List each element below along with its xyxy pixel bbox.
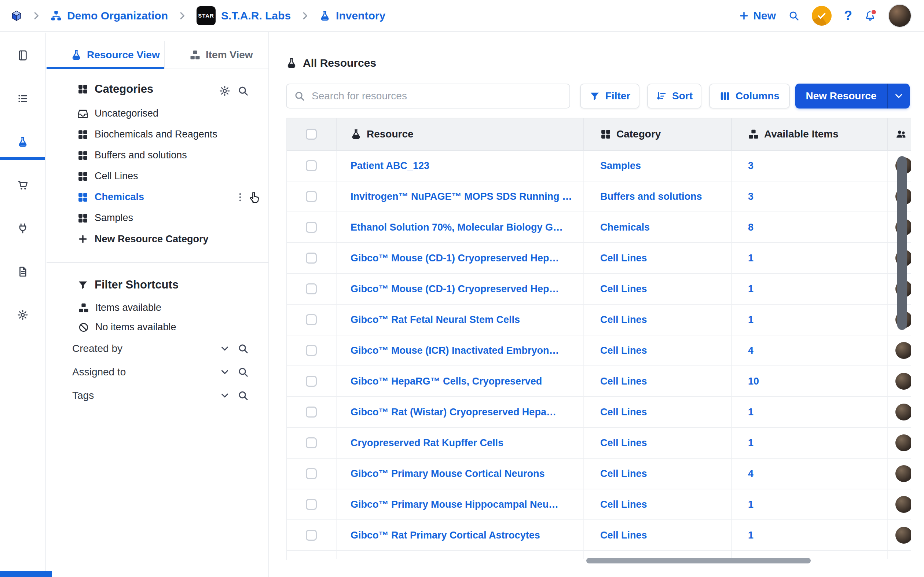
row-checkbox[interactable] (306, 376, 317, 387)
available-items-link[interactable]: 1 (748, 284, 753, 295)
category-item-samples[interactable]: Samples (47, 208, 268, 228)
vertical-scrollbar[interactable] (897, 156, 907, 330)
category-link[interactable]: Cell Lines (600, 468, 647, 479)
owner-avatar[interactable] (895, 465, 911, 482)
category-item-uncategorised[interactable]: Uncategorised (47, 103, 268, 124)
chevron-down-icon[interactable] (219, 343, 230, 354)
rail-inventory-button[interactable] (0, 120, 45, 163)
row-checkbox[interactable] (306, 222, 317, 233)
header-members[interactable] (888, 118, 911, 150)
owner-avatar[interactable] (895, 373, 911, 390)
new-resource-dropdown[interactable] (887, 84, 910, 108)
tasks-progress-badge[interactable] (812, 6, 832, 26)
category-link[interactable]: Cell Lines (600, 499, 647, 510)
row-checkbox[interactable] (306, 437, 317, 448)
category-link[interactable]: Samples (600, 160, 641, 172)
row-checkbox[interactable] (306, 284, 317, 294)
chevron-down-icon[interactable] (219, 390, 230, 401)
table-row[interactable]: Gibco™ Rat Fetal Neural Stem Cells Cell … (287, 305, 911, 335)
header-resource[interactable]: Resource (337, 118, 584, 150)
available-items-link[interactable]: 1 (748, 253, 753, 264)
filter-button[interactable]: Filter (580, 84, 639, 108)
kebab-menu-icon[interactable] (235, 192, 246, 203)
category-link[interactable]: Cell Lines (600, 345, 647, 356)
breadcrumb-organization[interactable]: Demo Organization (51, 10, 168, 22)
app-logo[interactable] (11, 10, 22, 21)
resource-link[interactable]: Invitrogen™ NuPAGE™ MOPS SDS Running … (350, 191, 572, 202)
available-items-link[interactable]: 1 (748, 314, 753, 326)
new-resource-category-button[interactable]: New Resource Category (47, 228, 268, 250)
resource-link[interactable]: Cryopreserved Rat Kupffer Cells (350, 437, 503, 449)
available-items-link[interactable]: 4 (748, 468, 753, 479)
table-row[interactable]: Gibco™ Rat (Wistar) Cryopreserved Hepa… … (287, 397, 911, 428)
category-link[interactable]: Cell Lines (600, 437, 647, 449)
resource-link[interactable]: Gibco™ Primary Mouse Hippocampal Neu… (350, 499, 558, 510)
filter-items-available[interactable]: Items available (47, 298, 268, 318)
table-row[interactable]: Gibco™ Mouse (ICR) Inactivated Embryon… … (287, 335, 911, 366)
resource-link[interactable]: Patient ABC_123 (350, 160, 429, 172)
resource-link[interactable]: Gibco™ Mouse (ICR) Inactivated Embryon… (350, 345, 559, 356)
available-items-link[interactable]: 3 (748, 160, 753, 172)
chevron-down-icon[interactable] (219, 367, 230, 377)
category-link[interactable]: Cell Lines (600, 406, 647, 418)
table-row[interactable]: Gibco™ Rat Primary Cortical Astrocytes C… (287, 520, 911, 551)
row-checkbox[interactable] (306, 160, 317, 171)
table-row[interactable]: Gibco™ Primary Mouse Hippocampal Neu… Ce… (287, 489, 911, 520)
category-link[interactable]: Cell Lines (600, 253, 647, 264)
horizontal-scrollbar[interactable] (586, 558, 811, 563)
global-search-button[interactable] (789, 10, 799, 21)
resource-link[interactable]: Gibco™ Primary Mouse Cortical Neurons (350, 468, 545, 479)
row-checkbox[interactable] (306, 468, 317, 479)
category-link[interactable]: Cell Lines (600, 530, 647, 541)
table-row[interactable]: Cryopreserved Rat Kupffer Cells Cell Lin… (287, 428, 911, 459)
row-checkbox[interactable] (306, 191, 317, 202)
rail-devices-button[interactable] (0, 207, 45, 250)
resource-link[interactable]: Gibco™ Mouse (CD-1) Cryopreserved Hep… (350, 253, 559, 264)
categories-settings-icon[interactable] (219, 85, 230, 97)
header-category[interactable]: Category (584, 118, 732, 150)
rail-journal-button[interactable] (0, 34, 45, 77)
rail-orders-button[interactable] (0, 163, 45, 207)
row-checkbox[interactable] (306, 406, 317, 417)
search-icon[interactable] (238, 367, 248, 377)
available-items-link[interactable]: 3 (748, 191, 753, 202)
category-item-buffers[interactable]: Buffers and solutions (47, 145, 268, 166)
tab-resource-view[interactable]: Resource View (47, 41, 164, 69)
resource-link[interactable]: Ethanol Solution 70%, Molecular Biology … (350, 222, 563, 233)
available-items-link[interactable]: 4 (748, 345, 753, 356)
columns-button[interactable]: Columns (709, 84, 790, 108)
tab-item-view[interactable]: Item View (164, 41, 268, 69)
category-link[interactable]: Buffers and solutions (600, 191, 702, 202)
new-resource-button[interactable]: New Resource (795, 84, 910, 108)
select-all-checkbox[interactable] (306, 129, 317, 140)
category-item-biochemicals[interactable]: Biochemicals and Reagents (47, 124, 268, 145)
category-link[interactable]: Cell Lines (600, 314, 647, 326)
table-row[interactable]: Gibco™ Primary Mouse Cortical Neurons Ce… (287, 459, 911, 489)
resource-link[interactable]: Gibco™ Mouse (CD-1) Cryopreserved Hep… (350, 284, 559, 295)
row-checkbox[interactable] (306, 345, 317, 356)
rail-protocols-button[interactable] (0, 77, 45, 120)
owner-avatar[interactable] (895, 342, 911, 359)
row-checkbox[interactable] (306, 499, 317, 510)
owner-avatar[interactable] (895, 434, 911, 451)
available-items-link[interactable]: 1 (748, 406, 753, 418)
resource-link[interactable]: Gibco™ HepaRG™ Cells, Cryopreserved (350, 376, 542, 387)
row-checkbox[interactable] (306, 314, 317, 325)
owner-avatar[interactable] (895, 496, 911, 513)
available-items-link[interactable]: 1 (748, 530, 753, 541)
available-items-link[interactable]: 10 (748, 376, 759, 387)
table-row[interactable]: Ethanol Solution 70%, Molecular Biology … (287, 212, 911, 243)
row-checkbox[interactable] (306, 253, 317, 264)
category-link[interactable]: Cell Lines (600, 284, 647, 295)
filter-assigned-to[interactable]: Assigned to (47, 360, 268, 384)
row-checkbox[interactable] (306, 530, 317, 541)
table-row[interactable]: Gibco™ HepaRG™ Cells, Cryopreserved Cell… (287, 366, 911, 397)
sort-button[interactable]: Sort (647, 84, 701, 108)
user-avatar[interactable] (888, 4, 911, 27)
breadcrumb-workspace[interactable]: STAR S.T.A.R. Labs (197, 6, 291, 25)
search-icon[interactable] (238, 343, 248, 354)
category-item-chemicals[interactable]: Chemicals (47, 187, 268, 208)
filter-tags[interactable]: Tags (47, 384, 268, 407)
rail-settings-button[interactable] (0, 293, 45, 337)
filter-created-by[interactable]: Created by (47, 337, 268, 360)
